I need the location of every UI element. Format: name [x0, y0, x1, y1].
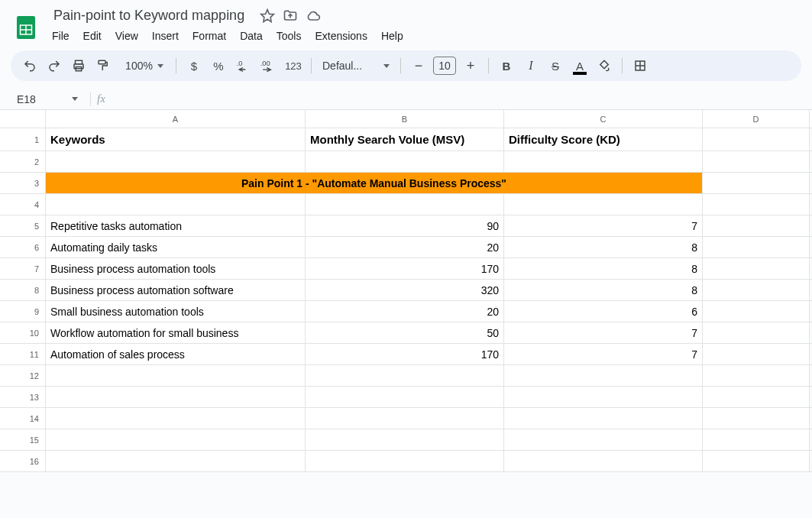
sheets-logo[interactable] [11, 9, 41, 46]
cell-A4[interactable] [46, 194, 306, 215]
cell-B7[interactable]: 170 [306, 258, 504, 279]
formula-input[interactable] [112, 89, 812, 109]
cell-D10[interactable] [703, 322, 810, 343]
bold-button[interactable]: B [495, 54, 518, 77]
cell-C4[interactable] [504, 194, 703, 215]
move-folder-icon[interactable] [283, 8, 298, 24]
menu-extensions[interactable]: Extensions [309, 27, 373, 45]
cell-D5[interactable] [703, 215, 810, 236]
menu-data[interactable]: Data [234, 27, 269, 45]
cell-D2[interactable] [703, 151, 810, 172]
cell-C12[interactable] [504, 365, 703, 386]
zoom-select[interactable]: 100% [116, 54, 170, 77]
cell-C5[interactable]: 7 [504, 215, 703, 236]
cell-A11[interactable]: Automation of sales process [46, 344, 306, 364]
cell-C1[interactable]: Difficulty Score (KD) [504, 128, 703, 151]
row-header-16[interactable]: 16 [0, 451, 45, 472]
cell-D6[interactable] [703, 237, 810, 257]
row-header-2[interactable]: 2 [0, 151, 45, 173]
decrease-decimal-button[interactable]: .0 [231, 54, 254, 77]
cell-D13[interactable] [703, 387, 810, 407]
cell-C9[interactable]: 6 [504, 301, 703, 322]
cell-A12[interactable] [46, 365, 306, 386]
row-header-13[interactable]: 13 [0, 387, 45, 408]
cell-A3-merged[interactable]: Pain Point 1 - "Automate Manual Business… [46, 173, 703, 193]
row-header-5[interactable]: 5 [0, 215, 45, 237]
font-select[interactable]: Defaul... [318, 54, 394, 77]
print-button[interactable] [67, 54, 90, 77]
col-header-C[interactable]: C [504, 110, 703, 128]
cell-D3[interactable] [703, 173, 810, 193]
cell-A13[interactable] [46, 387, 306, 407]
menu-format[interactable]: Format [186, 27, 232, 45]
redo-button[interactable] [43, 54, 66, 77]
cell-D12[interactable] [703, 365, 810, 386]
increase-font-button[interactable]: + [459, 54, 482, 77]
cell-D9[interactable] [703, 301, 810, 322]
menu-view[interactable]: View [109, 27, 144, 45]
cell-B5[interactable]: 90 [306, 215, 504, 236]
format-currency-button[interactable]: $ [183, 54, 205, 77]
cell-A14[interactable] [46, 408, 306, 429]
cell-B1[interactable]: Monthly Search Volue (MSV) [306, 128, 504, 151]
row-header-7[interactable]: 7 [0, 258, 45, 280]
cell-B11[interactable]: 170 [306, 344, 504, 364]
col-header-D[interactable]: D [703, 110, 810, 128]
cell-A16[interactable] [46, 451, 306, 471]
cell-D11[interactable] [703, 344, 810, 364]
menu-edit[interactable]: Edit [77, 27, 108, 45]
cell-A15[interactable] [46, 429, 306, 450]
format-percent-button[interactable]: % [207, 54, 230, 77]
font-size-input[interactable] [433, 57, 456, 75]
cell-B9[interactable]: 20 [306, 301, 504, 322]
cell-B2[interactable] [306, 151, 504, 172]
cell-C2[interactable] [504, 151, 703, 172]
name-box[interactable]: E18 [11, 89, 84, 109]
italic-button[interactable]: I [519, 54, 542, 77]
row-header-8[interactable]: 8 [0, 280, 45, 301]
cell-D4[interactable] [703, 194, 810, 215]
cell-C13[interactable] [504, 387, 703, 407]
row-header-12[interactable]: 12 [0, 365, 45, 387]
cell-B6[interactable]: 20 [306, 237, 504, 257]
row-header-9[interactable]: 9 [0, 301, 45, 322]
cell-D14[interactable] [703, 408, 810, 429]
cell-A1[interactable]: Keywords [46, 128, 306, 151]
cell-B12[interactable] [306, 365, 504, 386]
row-header-1[interactable]: 1 [0, 128, 45, 151]
cell-B15[interactable] [306, 429, 504, 450]
row-header-4[interactable]: 4 [0, 194, 45, 215]
increase-decimal-button[interactable]: .00 [256, 54, 280, 77]
cloud-status-icon[interactable] [306, 8, 321, 24]
cell-D16[interactable] [703, 451, 810, 471]
decrease-font-button[interactable]: − [407, 54, 430, 77]
cell-C8[interactable]: 8 [504, 280, 703, 300]
cell-A2[interactable] [46, 151, 306, 172]
cell-C15[interactable] [504, 429, 703, 450]
cell-B16[interactable] [306, 451, 504, 471]
cell-D7[interactable] [703, 258, 810, 279]
document-title[interactable]: Pain-point to Keyword mapping [49, 6, 249, 25]
cell-A5[interactable]: Repetitive tasks automation [46, 215, 306, 236]
spreadsheet-grid[interactable]: A B C D 12345678910111213141516 Keywords… [0, 110, 812, 507]
row-header-15[interactable]: 15 [0, 429, 45, 451]
star-icon[interactable] [260, 8, 275, 24]
cell-B13[interactable] [306, 387, 504, 407]
cell-C6[interactable]: 8 [504, 237, 703, 257]
more-formats-button[interactable]: 123 [282, 54, 305, 77]
strikethrough-button[interactable]: S [544, 54, 567, 77]
menu-tools[interactable]: Tools [270, 27, 308, 45]
row-header-11[interactable]: 11 [0, 344, 45, 365]
borders-button[interactable] [629, 54, 652, 77]
cell-D1[interactable] [703, 128, 810, 151]
cell-D15[interactable] [703, 429, 810, 450]
cell-C16[interactable] [504, 451, 703, 471]
cell-B10[interactable]: 50 [306, 322, 504, 343]
cell-A10[interactable]: Workflow automation for small business [46, 322, 306, 343]
cell-A6[interactable]: Automating daily tasks [46, 237, 306, 257]
row-header-6[interactable]: 6 [0, 237, 45, 258]
row-header-14[interactable]: 14 [0, 408, 45, 429]
col-header-A[interactable]: A [46, 110, 306, 128]
row-header-10[interactable]: 10 [0, 322, 45, 344]
cell-A9[interactable]: Small business automation tools [46, 301, 306, 322]
